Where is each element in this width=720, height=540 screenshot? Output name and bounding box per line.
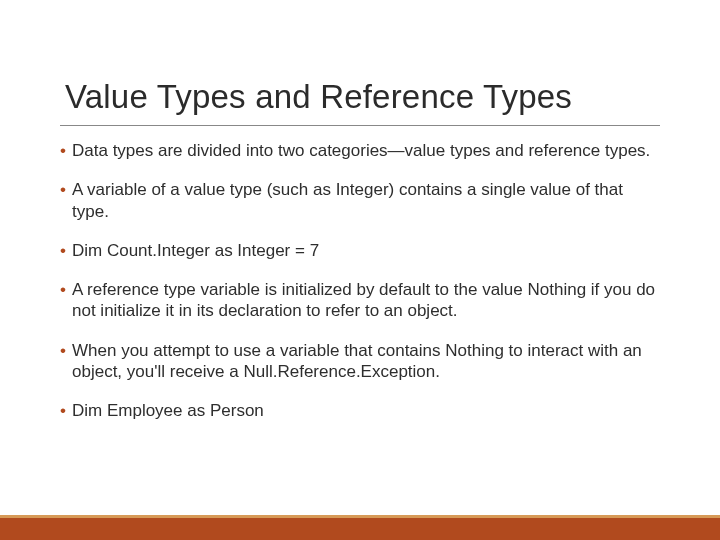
bullet-item: A reference type variable is initialized… bbox=[60, 279, 660, 322]
bullet-item: Data types are divided into two categori… bbox=[60, 140, 660, 161]
slide: Value Types and Reference Types Data typ… bbox=[0, 0, 720, 540]
title-underline bbox=[60, 125, 660, 126]
bullet-item: A variable of a value type (such as Inte… bbox=[60, 179, 660, 222]
footer-bar bbox=[0, 518, 720, 540]
slide-title: Value Types and Reference Types bbox=[65, 78, 572, 116]
bullet-item: Dim Employee as Person bbox=[60, 400, 660, 421]
bullet-item: Dim Count.Integer as Integer = 7 bbox=[60, 240, 660, 261]
slide-content: Data types are divided into two categori… bbox=[60, 140, 660, 439]
bullet-item: When you attempt to use a variable that … bbox=[60, 340, 660, 383]
